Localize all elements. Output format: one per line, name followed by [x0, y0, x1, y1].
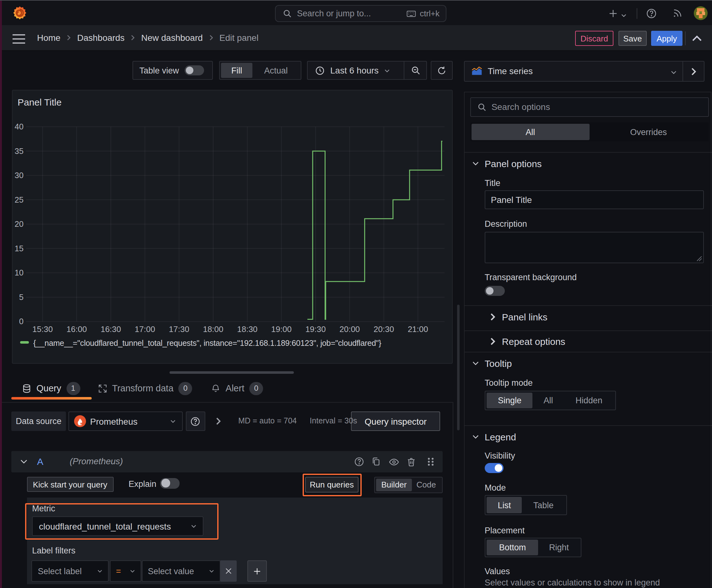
svg-text:17:30: 17:30: [169, 324, 189, 334]
time-range[interactable]: Last 6 hours: [307, 61, 404, 80]
svg-text:25: 25: [15, 195, 24, 204]
svg-text:19:00: 19:00: [271, 324, 292, 334]
svg-text:0: 0: [19, 317, 24, 326]
legend: Legend: [485, 432, 516, 442]
q-trash: [406, 456, 416, 466]
left-strip: [0, 1, 2, 588]
svg-text:18:00: 18:00: [203, 324, 223, 334]
tab-query[interactable]: Query 1: [22, 382, 80, 395]
time-controls: Last 6 hours: [307, 61, 453, 80]
svg-text:{__name__="cloudflared_tunnel_: {__name__="cloudflared_tunnel_total_requ…: [33, 339, 382, 348]
svg-text:20:00: 20:00: [339, 324, 360, 334]
logo: [13, 6, 27, 20]
tab-transform[interactable]: Transform data 0: [98, 382, 192, 395]
avatar: [694, 6, 708, 20]
table-view: Table view: [132, 61, 213, 80]
search-options[interactable]: Search options: [470, 98, 709, 117]
breadcrumbs: Home Dashboards New dashboard Edit panel: [37, 25, 258, 50]
svg-text:20:30: 20:30: [373, 324, 394, 334]
svg-text:19:30: 19:30: [305, 324, 326, 334]
add: [608, 9, 618, 18]
query-inspector[interactable]: Query inspector: [351, 412, 440, 431]
grafana-edit-panel: Search or jump to... ctrl+k Home: [0, 0, 712, 588]
chart: 4035302520151050 15:3016:0016:3017:0017:…: [13, 90, 453, 364]
svg-text:20: 20: [15, 219, 24, 228]
transparent-toggle[interactable]: [485, 286, 505, 296]
ds-picker[interactable]: Prometheus: [68, 412, 182, 431]
svg-text:16:30: 16:30: [101, 324, 121, 334]
legend-mode: List Table: [485, 495, 567, 515]
label-select[interactable]: Select label: [32, 560, 109, 582]
svg-text:16:00: 16:00: [67, 324, 87, 334]
viz-expand[interactable]: [690, 67, 696, 76]
refresh[interactable]: [431, 61, 453, 80]
panel-links[interactable]: Panel links: [490, 311, 547, 323]
options-pane: Search options All Overrides Panel optio…: [464, 92, 711, 588]
svg-text:35: 35: [15, 147, 24, 155]
tab-alert[interactable]: Alert 0: [211, 382, 263, 395]
kickstart[interactable]: Kick start your query: [27, 477, 113, 492]
zoom-out[interactable]: [404, 61, 427, 80]
help: [646, 8, 657, 19]
q-copy: [371, 456, 381, 466]
q-help: [354, 456, 364, 466]
apply[interactable]: Apply: [651, 31, 683, 46]
ds-help[interactable]: [186, 412, 205, 431]
datasource-row: Data source Prometheus MD = auto = 704 I…: [11, 412, 445, 431]
title-input[interactable]: Panel Title: [485, 190, 704, 210]
repeat-options[interactable]: Repeat options: [490, 336, 565, 348]
q-drag: [426, 457, 435, 466]
breadcrumb-bar: Home Dashboards New dashboard Edit panel…: [0, 25, 712, 51]
q-eye: [389, 456, 399, 467]
resize-handle: [170, 371, 294, 374]
svg-text:18:30: 18:30: [237, 324, 257, 334]
value-select[interactable]: Select value: [142, 560, 220, 582]
panel: Panel Title 4035302520151050 15:3016:001…: [12, 90, 453, 364]
menu: [13, 34, 25, 44]
query-row: A (Prometheus): [11, 451, 443, 472]
collapse[interactable]: [692, 35, 702, 41]
svg-text:21:00: 21:00: [408, 324, 428, 334]
tooltip: Tooltip: [485, 358, 512, 369]
add-caret: [620, 12, 627, 19]
search[interactable]: Search or jump to... ctrl+k: [275, 5, 447, 22]
fill-actual: Fill Actual: [219, 61, 301, 80]
remove-filter[interactable]: [220, 560, 237, 582]
rss: [672, 8, 683, 18]
svg-text:5: 5: [19, 293, 24, 301]
top-nav: Search or jump to... ctrl+k: [0, 1, 712, 25]
legend-placement: Bottom Right: [485, 538, 582, 558]
svg-text:10: 10: [15, 268, 24, 277]
op-select[interactable]: =: [110, 560, 142, 582]
scrollbar: [457, 305, 459, 430]
viz-picker: Time series: [464, 61, 704, 81]
panel-options: Panel options: [485, 158, 542, 169]
visibility-toggle[interactable]: [485, 463, 504, 473]
discard[interactable]: Discard: [575, 31, 613, 46]
svg-text:40: 40: [15, 122, 24, 131]
metric-highlight: [25, 503, 218, 540]
svg-text:15:30: 15:30: [33, 324, 53, 334]
all-overrides: All Overrides: [470, 123, 709, 141]
add-filter[interactable]: [247, 560, 267, 582]
tabs: Query 1 Transform data 0 Alert 0: [0, 377, 453, 400]
tab-underline: [11, 397, 92, 399]
save[interactable]: Save: [619, 31, 647, 46]
tooltip-mode: Single All Hidden: [485, 391, 616, 410]
svg-text:30: 30: [15, 171, 24, 180]
runqueries-highlight: [302, 474, 362, 496]
svg-text:15: 15: [15, 244, 24, 253]
description-input[interactable]: [485, 232, 704, 264]
explain-toggle[interactable]: [160, 478, 179, 488]
svg-text:17:00: 17:00: [135, 324, 155, 334]
builder-code: Builder Code: [374, 477, 442, 493]
